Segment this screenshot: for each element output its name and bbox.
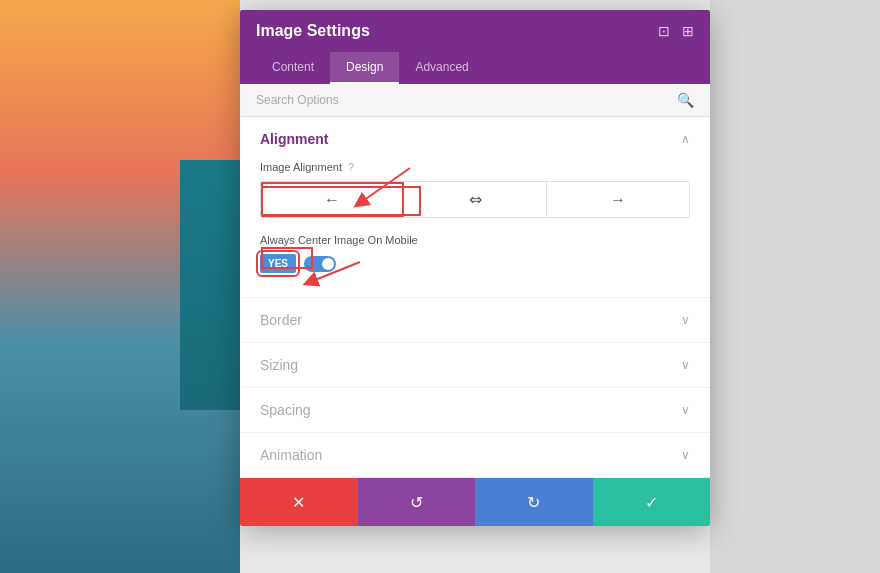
modal-footer: ✕ ↺ ↻ ✓ xyxy=(240,478,710,526)
modal-header: Image Settings ⊡ ⊞ xyxy=(240,10,710,52)
alignment-chevron-up-icon: ∧ xyxy=(681,132,690,146)
animation-section-header[interactable]: Animation ∨ xyxy=(240,433,710,477)
alignment-section: Alignment ∧ Image Alignment ? ← ⇔ xyxy=(240,117,710,298)
align-center-button[interactable]: ⇔ xyxy=(404,182,547,217)
border-section-title: Border xyxy=(260,312,302,328)
image-settings-modal: Image Settings ⊡ ⊞ Content Design Advanc… xyxy=(240,10,710,526)
border-chevron-icon: ∨ xyxy=(681,313,690,327)
search-placeholder: Search Options xyxy=(256,93,339,107)
modal-title: Image Settings xyxy=(256,22,370,40)
header-icons: ⊡ ⊞ xyxy=(658,23,694,39)
search-bar: Search Options 🔍 xyxy=(240,84,710,117)
spacing-section: Spacing ∨ xyxy=(240,388,710,433)
image-alignment-buttons: ← ⇔ → xyxy=(260,181,690,218)
center-mobile-toggle[interactable] xyxy=(304,256,336,272)
center-mobile-field: Always Center Image On Mobile YES xyxy=(260,234,690,273)
redo-icon: ↻ xyxy=(527,493,540,512)
align-center-icon: ⇔ xyxy=(469,190,482,209)
animation-chevron-icon: ∨ xyxy=(681,448,690,462)
toggle-thumb xyxy=(322,258,334,270)
spacing-section-title: Spacing xyxy=(260,402,311,418)
center-mobile-label: Always Center Image On Mobile xyxy=(260,234,690,246)
cancel-icon: ✕ xyxy=(292,493,305,512)
image-alignment-label: Image Alignment ? xyxy=(260,161,690,173)
tab-design[interactable]: Design xyxy=(330,52,399,84)
alignment-section-content: Image Alignment ? ← ⇔ → Always C xyxy=(240,161,710,297)
undo-icon: ↺ xyxy=(410,493,423,512)
border-section-header[interactable]: Border ∨ xyxy=(240,298,710,342)
spacing-chevron-icon: ∨ xyxy=(681,403,690,417)
sizing-section-title: Sizing xyxy=(260,357,298,373)
tabs-bar: Content Design Advanced xyxy=(240,52,710,84)
align-left-button[interactable]: ← xyxy=(261,182,404,217)
spacing-section-header[interactable]: Spacing ∨ xyxy=(240,388,710,432)
center-mobile-toggle-row: YES xyxy=(260,254,690,273)
redo-button[interactable]: ↻ xyxy=(475,478,593,526)
tab-advanced[interactable]: Advanced xyxy=(399,52,484,84)
sizing-chevron-icon: ∨ xyxy=(681,358,690,372)
image-alignment-help-icon[interactable]: ? xyxy=(348,161,354,173)
animation-section: Animation ∨ xyxy=(240,433,710,478)
align-left-icon: ← xyxy=(324,191,340,209)
right-background xyxy=(710,0,880,573)
undo-button[interactable]: ↺ xyxy=(358,478,476,526)
toggle-yes-label: YES xyxy=(260,254,296,273)
save-icon: ✓ xyxy=(645,493,658,512)
layout-icon[interactable]: ⊞ xyxy=(682,23,694,39)
copy-icon[interactable]: ⊡ xyxy=(658,23,670,39)
modal-content: Alignment ∧ Image Alignment ? ← ⇔ xyxy=(240,117,710,478)
animation-section-title: Animation xyxy=(260,447,322,463)
align-right-icon: → xyxy=(610,191,626,209)
tab-content[interactable]: Content xyxy=(256,52,330,84)
save-button[interactable]: ✓ xyxy=(593,478,711,526)
cancel-button[interactable]: ✕ xyxy=(240,478,358,526)
alignment-section-title: Alignment xyxy=(260,131,328,147)
search-icon[interactable]: 🔍 xyxy=(677,92,694,108)
border-section: Border ∨ xyxy=(240,298,710,343)
align-right-button[interactable]: → xyxy=(547,182,689,217)
sizing-section-header[interactable]: Sizing ∨ xyxy=(240,343,710,387)
sizing-section: Sizing ∨ xyxy=(240,343,710,388)
alignment-section-header[interactable]: Alignment ∧ xyxy=(240,117,710,161)
